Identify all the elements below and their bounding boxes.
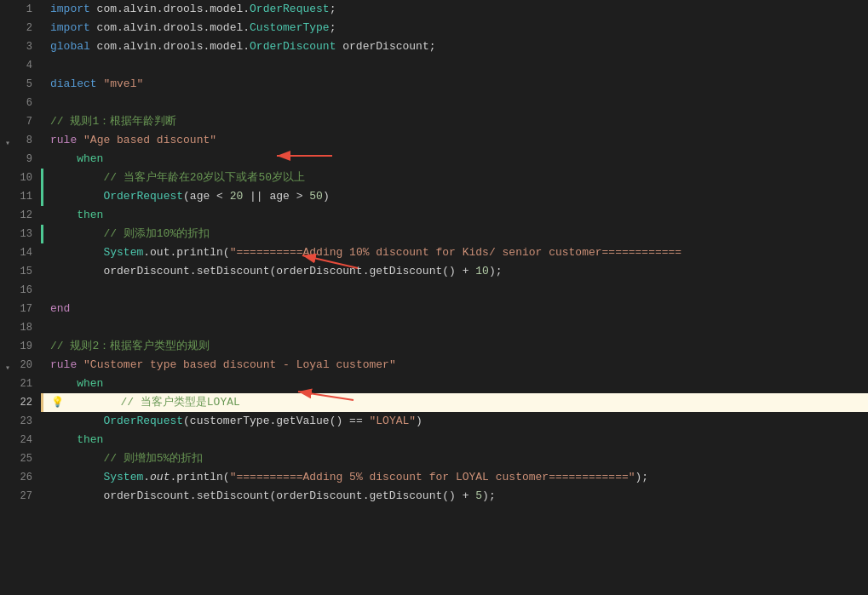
line-number-14: 14 [0, 243, 41, 262]
code-line-20: rule "Customer type based discount - Loy… [41, 356, 868, 375]
line-content: // 则添加10%的折扣 [43, 225, 868, 243]
code-line-24: then [41, 431, 868, 449]
line-number-22: 22 [0, 393, 41, 412]
line-number-2: 2 [0, 19, 41, 37]
line-content: // 则增加5%的折扣 [43, 449, 868, 468]
line-number-25: 25 [0, 449, 41, 468]
line-number-15: 15 [0, 262, 41, 281]
code-line-16 [41, 281, 868, 300]
code-line-10: // 当客户年龄在20岁以下或者50岁以上 [41, 169, 868, 187]
line-content: dialect "mvel" [43, 75, 868, 94]
line-number-23: 23 [0, 412, 41, 431]
line-content: rule "Age based discount" [43, 131, 868, 150]
code-line-19: // 规则2：根据客户类型的规则 [41, 337, 868, 356]
line-number-24: 24 [0, 431, 41, 449]
line-number-13: 13 [0, 225, 41, 243]
code-line-5: dialect "mvel" [41, 75, 868, 94]
line-content: // 规则1：根据年龄判断 [43, 112, 868, 131]
line-number-26: 26 [0, 468, 41, 487]
line-content: 💡 // 当客户类型是LOYAL [43, 393, 868, 412]
line-number-12: 12 [0, 206, 41, 225]
line-number-21: 21 [0, 375, 41, 393]
line-number-3: 3 [0, 37, 41, 56]
code-line-15: orderDiscount.setDiscount(orderDiscount.… [41, 262, 868, 281]
code-area[interactable]: import com.alvin.drools.model.OrderReque… [41, 0, 868, 595]
line-content: // 规则2：根据客户类型的规则 [43, 337, 868, 356]
line-content: rule "Customer type based discount - Loy… [43, 356, 868, 375]
code-line-25: // 则增加5%的折扣 [41, 449, 868, 468]
line-number-4: 4 [0, 56, 41, 75]
line-number-27: 27 [0, 487, 41, 506]
line-number-6: 6 [0, 94, 41, 112]
line-content: import com.alvin.drools.model.CustomerTy… [43, 19, 868, 37]
line-number-1: 1 [0, 0, 41, 19]
line-content: global com.alvin.drools.model.OrderDisco… [43, 37, 868, 56]
line-content: then [43, 206, 868, 225]
code-line-11: OrderRequest(age < 20 || age > 50) [41, 187, 868, 206]
line-number-10: 10 [0, 169, 41, 187]
line-content: orderDiscount.setDiscount(orderDiscount.… [43, 262, 868, 281]
code-line-1: import com.alvin.drools.model.OrderReque… [41, 0, 868, 19]
code-editor: 12345678▾91011121314151617181920▾2122232… [0, 0, 868, 595]
code-line-14: System.out.println("==========Adding 10%… [41, 243, 868, 262]
warning-icon: 💡 [50, 396, 64, 409]
line-numbers: 12345678▾91011121314151617181920▾2122232… [0, 0, 41, 595]
code-line-4 [41, 56, 868, 75]
code-line-22: 💡 // 当客户类型是LOYAL [41, 393, 868, 412]
code-line-3: global com.alvin.drools.model.OrderDisco… [41, 37, 868, 56]
line-content: orderDiscount.setDiscount(orderDiscount.… [43, 487, 868, 506]
line-number-17: 17 [0, 300, 41, 318]
line-number-16: 16 [0, 281, 41, 300]
line-number-5: 5 [0, 75, 41, 94]
line-number-8: 8▾ [0, 131, 41, 150]
line-content: System.out.println("==========Adding 10%… [43, 243, 868, 262]
code-line-17: end [41, 300, 868, 318]
line-border [41, 318, 43, 337]
code-line-12: then [41, 206, 868, 225]
line-number-19: 19 [0, 337, 41, 356]
code-line-21: when [41, 375, 868, 393]
line-number-9: 9 [0, 150, 41, 169]
code-line-6 [41, 94, 868, 112]
code-line-23: OrderRequest(customerType.getValue() == … [41, 412, 868, 431]
line-content: when [43, 375, 868, 393]
code-line-27: orderDiscount.setDiscount(orderDiscount.… [41, 487, 868, 506]
line-border [41, 94, 43, 112]
code-line-13: // 则添加10%的折扣 [41, 225, 868, 243]
line-number-20: 20▾ [0, 356, 41, 375]
line-number-18: 18 [0, 318, 41, 337]
code-line-9: when [41, 150, 868, 169]
line-number-11: 11 [0, 187, 41, 206]
line-content: when [43, 150, 868, 169]
line-content: System.out.println("==========Adding 5% … [43, 468, 868, 487]
line-number-7: 7 [0, 112, 41, 131]
line-border [41, 281, 43, 300]
code-line-8: rule "Age based discount" [41, 131, 868, 150]
line-content: OrderRequest(customerType.getValue() == … [43, 412, 868, 431]
code-line-2: import com.alvin.drools.model.CustomerTy… [41, 19, 868, 37]
code-line-7: // 规则1：根据年龄判断 [41, 112, 868, 131]
line-content: // 当客户年龄在20岁以下或者50岁以上 [43, 169, 868, 187]
line-content: end [43, 300, 868, 318]
code-line-18 [41, 318, 868, 337]
fold-indicator[interactable]: ▾ [2, 134, 10, 143]
code-line-26: System.out.println("==========Adding 5% … [41, 468, 868, 487]
line-content: import com.alvin.drools.model.OrderReque… [43, 0, 868, 19]
fold-indicator[interactable]: ▾ [2, 359, 10, 368]
line-content: OrderRequest(age < 20 || age > 50) [43, 187, 868, 206]
line-border [41, 56, 43, 75]
line-content: then [43, 431, 868, 449]
